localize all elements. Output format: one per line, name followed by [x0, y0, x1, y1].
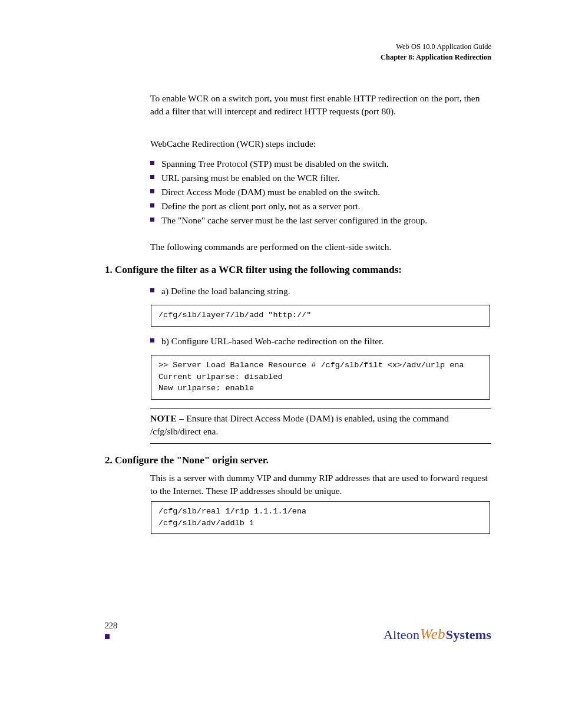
list-item-text: Direct Access Mode (DAM) must be enabled…: [161, 185, 491, 199]
list-item-text: Define the port as client port only, not…: [161, 199, 491, 213]
note-label: NOTE –: [150, 413, 184, 423]
intro-paragraph: To enable WCR on a switch port, you must…: [150, 92, 491, 118]
list-item: a) Define the load balancing string.: [150, 284, 491, 298]
bullet-icon: [150, 175, 154, 179]
logo-part-alteon: Alteon: [384, 627, 419, 642]
page-number: 228: [105, 621, 117, 631]
logo-part-systems: Systems: [446, 627, 491, 642]
list-item: Spanning Tree Protocol (STP) must be dis…: [150, 157, 491, 171]
brand-logo: AlteonWebSystems: [384, 626, 491, 643]
list-item: URL parsing must be enabled on the WCR f…: [150, 171, 491, 185]
footer-square-icon: [105, 634, 110, 639]
running-header: Web OS 10.0 Application Guide: [396, 42, 491, 51]
bullet-icon: [150, 203, 154, 207]
note-text: Ensure that Direct Access Mode (DAM) is …: [150, 413, 449, 436]
note-rule-bottom: [150, 443, 491, 444]
list-item-text: URL parsing must be enabled on the WCR f…: [161, 171, 491, 185]
list-item: b) Configure URL-based Web-cache redirec…: [150, 334, 491, 348]
list-item-text: The "None" cache server must be the last…: [161, 213, 491, 228]
wcr-intro: WebCache Redirection (WCR) steps include…: [150, 137, 491, 150]
substep-1a: a) Define the load balancing string.: [150, 284, 491, 298]
bullet-icon: [150, 189, 154, 193]
chapter-reference: Chapter 8: Application Redirection: [381, 53, 491, 62]
note-block: NOTE – Ensure that Direct Access Mode (D…: [150, 408, 491, 449]
substep-1b-label: b) Configure URL-based Web-cache redirec…: [161, 334, 491, 348]
steps-intro: The following commands are performed on …: [150, 242, 491, 252]
wcr-list: Spanning Tree Protocol (STP) must be dis…: [150, 157, 491, 228]
code-box-1b: >> Server Load Balance Resource # /cfg/s…: [151, 355, 490, 400]
bullet-icon: [150, 288, 154, 292]
bullet-icon: [150, 161, 154, 165]
list-item: The "None" cache server must be the last…: [150, 213, 491, 228]
note-rule-top: [150, 408, 491, 409]
step-heading-2: 2. Configure the "None" origin server.: [105, 454, 491, 466]
step2-body: This is a server with dummy VIP and dumm…: [150, 472, 491, 498]
list-item: Direct Access Mode (DAM) must be enabled…: [150, 185, 491, 199]
logo-part-web: Web: [419, 626, 446, 642]
bullet-icon: [150, 218, 154, 222]
substep-1a-label: a) Define the load balancing string.: [161, 284, 491, 298]
code-box-1a: /cfg/slb/layer7/lb/add "http://": [151, 305, 490, 327]
list-item: Define the port as client port only, not…: [150, 199, 491, 213]
step-heading-1: 1. Configure the filter as a WCR filter …: [105, 264, 491, 276]
list-item-text: Spanning Tree Protocol (STP) must be dis…: [161, 157, 491, 171]
substep-1b: b) Configure URL-based Web-cache redirec…: [150, 334, 491, 348]
code-box-2: /cfg/slb/real 1/rip 1.1.1.1/ena /cfg/slb…: [151, 501, 490, 534]
bullet-icon: [150, 338, 154, 342]
